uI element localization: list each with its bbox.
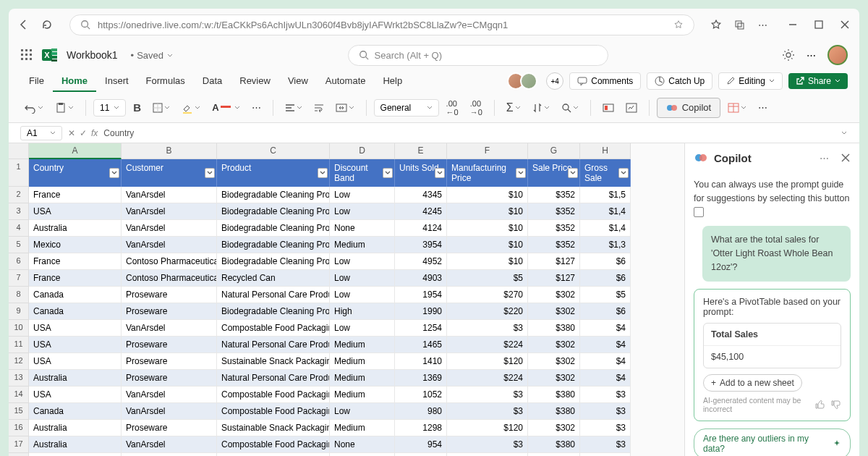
cell[interactable]: Australia [29, 436, 122, 453]
format-table-button[interactable] [723, 100, 751, 116]
row-header[interactable]: 9 [9, 303, 29, 320]
cell[interactable]: 4124 [395, 220, 447, 237]
thumbs-up-icon[interactable] [815, 400, 825, 410]
presence-more[interactable]: +4 [546, 72, 563, 90]
column-header[interactable]: D [330, 143, 395, 159]
row-header[interactable]: 2 [9, 187, 29, 203]
cell[interactable]: 4952 [395, 253, 447, 270]
copilot-ribbon-button[interactable]: Copilot [657, 98, 720, 118]
cell[interactable]: Natural Personal Care Products [217, 287, 330, 303]
cell[interactable]: $10 [447, 453, 528, 456]
row-header[interactable]: 1 [9, 159, 29, 187]
cell[interactable]: $352 [528, 187, 580, 203]
cell[interactable]: Biodegradable Cleaning Products [217, 303, 330, 320]
filter-dropdown-icon[interactable] [516, 168, 526, 178]
cell[interactable]: Medium [330, 370, 395, 387]
cell[interactable]: $120 [447, 353, 528, 370]
expand-formula-bar-icon[interactable] [841, 130, 848, 137]
url-input[interactable] [98, 20, 666, 30]
cell[interactable]: USA [29, 337, 122, 353]
cell[interactable]: VanArsdel [122, 187, 217, 203]
cell[interactable]: $10 [447, 220, 528, 237]
menu-tab-view[interactable]: View [279, 71, 317, 92]
cell[interactable]: Low [330, 453, 395, 456]
cell[interactable]: Low [330, 203, 395, 220]
cell[interactable]: 4903 [395, 270, 447, 287]
cell[interactable]: VanArsdel [122, 237, 217, 253]
cell[interactable]: Low [330, 253, 395, 270]
row-header[interactable]: 5 [9, 237, 29, 253]
cell[interactable]: Compostable Food Packaging [217, 320, 330, 337]
cell[interactable]: 4345 [395, 187, 447, 203]
bold-button[interactable]: B [129, 98, 145, 117]
cell[interactable]: $302 [528, 303, 580, 320]
cell[interactable]: $3 [580, 436, 631, 453]
column-header[interactable]: H [580, 143, 631, 159]
cell[interactable]: Biodegradable Cleaning Products [217, 237, 330, 253]
filter-dropdown-icon[interactable] [568, 168, 578, 178]
cell[interactable]: Canada [29, 403, 122, 420]
row-header[interactable]: 14 [9, 387, 29, 403]
cell[interactable]: $302 [528, 287, 580, 303]
cell[interactable]: $380 [528, 320, 580, 337]
table-header-cell[interactable]: Units Sold [395, 159, 447, 187]
menu-tab-review[interactable]: Review [231, 71, 279, 92]
row-header[interactable]: 11 [9, 337, 29, 353]
cell[interactable]: Contoso Pharmaceuticals [122, 270, 217, 287]
sort-filter-button[interactable] [528, 100, 554, 116]
row-header[interactable]: 16 [9, 420, 29, 436]
cell[interactable]: Compostable Food Packaging [217, 387, 330, 403]
fx-icon[interactable]: fx [91, 128, 98, 138]
filter-dropdown-icon[interactable] [205, 168, 215, 178]
cell[interactable]: $302 [528, 337, 580, 353]
collections-icon[interactable] [733, 19, 745, 30]
cell[interactable]: Medium [330, 237, 395, 253]
cell[interactable]: Contoso Pharmaceuticals [122, 453, 217, 456]
cell[interactable]: 4245 [395, 203, 447, 220]
cell[interactable]: Biodegradable Cleaning Products [217, 187, 330, 203]
save-status[interactable]: • Saved [131, 50, 174, 61]
column-header[interactable]: G [528, 143, 580, 159]
cell[interactable]: $1,5 [580, 187, 631, 203]
cell[interactable]: Biodegradable Cleaning Products [217, 453, 330, 456]
cell[interactable]: Proseware [122, 420, 217, 436]
cell[interactable]: $10 [447, 187, 528, 203]
cell[interactable]: France [29, 187, 122, 203]
cell[interactable]: $352 [528, 220, 580, 237]
fill-color-button[interactable] [177, 99, 205, 117]
menu-tab-formulas[interactable]: Formulas [137, 71, 194, 92]
cell[interactable]: Proseware [122, 287, 217, 303]
favorites-icon[interactable] [710, 19, 722, 30]
cell[interactable]: $220 [447, 303, 528, 320]
cell[interactable]: Medium [330, 420, 395, 436]
cell[interactable]: $3 [580, 420, 631, 436]
cell[interactable]: 1954 [395, 287, 447, 303]
refresh-button[interactable] [41, 18, 54, 31]
cell[interactable]: Proseware [122, 303, 217, 320]
addins-button[interactable] [598, 100, 618, 116]
cell[interactable]: $4 [580, 337, 631, 353]
cell[interactable]: Compostable Food Packaging [217, 403, 330, 420]
cell[interactable]: VanArsdel [122, 320, 217, 337]
cell[interactable]: $127 [528, 253, 580, 270]
cell[interactable]: Low [330, 270, 395, 287]
formula-input[interactable] [103, 128, 835, 138]
cell[interactable]: 1465 [395, 337, 447, 353]
cell[interactable]: VanArsdel [122, 436, 217, 453]
row-header[interactable]: 12 [9, 353, 29, 370]
cell[interactable]: $6 [580, 253, 631, 270]
cell[interactable]: $3 [447, 320, 528, 337]
cell[interactable]: $1,4 [580, 220, 631, 237]
cell[interactable]: Sustainable Snack Packaging [217, 420, 330, 436]
row-header[interactable]: 18 [9, 453, 29, 456]
cell[interactable]: 980 [395, 403, 447, 420]
address-bar[interactable] [69, 14, 694, 35]
cell[interactable]: $5 [580, 287, 631, 303]
cell[interactable]: None [330, 220, 395, 237]
app-launcher-icon[interactable] [20, 48, 33, 62]
cell[interactable]: Medium [330, 337, 395, 353]
cell[interactable]: Canada [29, 287, 122, 303]
cell[interactable]: Australia [29, 370, 122, 387]
document-title[interactable]: Workbook1 [67, 49, 118, 61]
cell[interactable]: $302 [528, 420, 580, 436]
